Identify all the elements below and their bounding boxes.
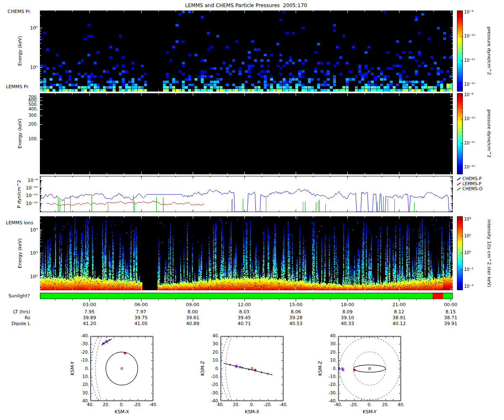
orbit-x-tick-label: 0. (250, 403, 254, 407)
orbit-y-tick-label: -20. (81, 350, 89, 354)
orbit-y-tick-label: 10. (213, 358, 219, 362)
y-axis-label-pdyn: P dyn/cm^2 (17, 180, 21, 208)
time-tick-label: 06:00 (134, 302, 148, 307)
sunlight-segment (433, 293, 444, 299)
y-tick-label: 10⁻¹¹ (26, 193, 38, 198)
ephemeris-value: 8.03 (239, 310, 249, 314)
y-tick-label: 500. (29, 102, 38, 107)
y-tick-label: 300. (29, 113, 38, 118)
orbit-plot-ksmx-ksmz (220, 336, 284, 401)
orbit-y-tick-label: 10. (82, 375, 89, 379)
legend-label-chems-p: CHEMS-P (462, 177, 481, 181)
colorbar-tick-label: 10⁻¹⁰ (464, 34, 475, 38)
orbit-y-tick-label: 20. (82, 383, 89, 387)
ephemeris-value: 40.89 (186, 321, 200, 326)
y-axis-label-energy-1: Energy (keV) (18, 36, 22, 66)
y-tick-label: 10¹ (30, 65, 38, 70)
ephemeris-value: 39.61 (186, 315, 200, 320)
legend-label-lemms-p: LEMMS-P (462, 182, 481, 186)
ephemeris-value: 38.71 (444, 315, 457, 320)
ephemeris-value: 7.95 (84, 310, 95, 314)
colorbar-unit-label-pressure-1: pressure dyne/cm^2 (487, 27, 491, 75)
y-axis-label-energy-2: Energy (keV) (18, 119, 22, 149)
orbit-y-tick-label: 0. (215, 367, 219, 371)
ephemeris-value: 39.75 (134, 315, 148, 320)
y-tick-label: 10⁻¹⁰ (26, 186, 38, 190)
row-label-dipole-l: Dipole L (11, 321, 30, 326)
orbit-x-tick-label: 20. (382, 403, 389, 407)
orbit-y-tick-label: 40. (330, 334, 337, 338)
ephemeris-value: 40.12 (392, 321, 406, 326)
orbit-y-tick-label: -10. (81, 358, 89, 362)
pressure-lineplot-canvas (40, 176, 453, 212)
time-tick-label: 21:00 (392, 302, 406, 307)
time-tick-label: 03:00 (83, 302, 96, 307)
colorbar-unit-label-intensity: intensity 1/(s cm^2 ster keV) (487, 219, 491, 287)
orbit-x-tick-label: 40. (398, 403, 404, 407)
time-tick-label: 15:00 (289, 302, 303, 307)
orbit-y-tick-label: 30. (82, 391, 89, 395)
orbit-x-tick-label: 0. (120, 403, 124, 407)
colorbar-tick-label: 10² (464, 234, 471, 238)
orbit-x-tick-label: 0. (368, 403, 372, 407)
colorbar-tick-label: 10⁻² (464, 268, 473, 272)
orbit-xlabel-ksmy: KSM-Y (362, 410, 376, 414)
time-tick-label: 12:00 (238, 302, 251, 307)
orbit-x-tick-label: 20. (233, 403, 240, 407)
ephemeris-value: 7.97 (136, 310, 147, 314)
orbit-xlabel-ksmx-1: KSM-X (115, 410, 129, 414)
orbit-y-tick-label: -30. (328, 391, 337, 395)
lemms-pressure-spectrogram-canvas (40, 93, 453, 174)
y-tick-label: 10⁻⁹ (28, 178, 38, 183)
orbit-y-tick-label: -40. (211, 399, 219, 403)
orbit-x-tick-label: -40. (279, 403, 288, 407)
ephemeris-value: 8.09 (342, 310, 353, 314)
orbit-plot-ksmy-ksmz (338, 336, 401, 401)
orbit-y-tick-label: 30. (213, 342, 219, 346)
colorbar-tick-label: 10⁻¹² (464, 82, 475, 87)
panel-label-chems-pressure: CHEMS Pr. (8, 9, 31, 14)
colorbar-tick-label: 10⁻¹² (464, 165, 475, 169)
figure-root: LEMMS and CHEMS Particle Pressures 2005:… (0, 0, 504, 420)
time-tick-label: 00:00 (444, 302, 457, 307)
colorbar-pressure-2 (457, 93, 463, 174)
y-axis-label-energy-4: Energy (keV) (18, 239, 22, 268)
y-tick-label: 10⁻¹² (26, 201, 38, 205)
orbit-y-tick-label: -20. (328, 383, 337, 387)
ephemeris-value: 40.33 (341, 321, 354, 326)
ephemeris-value: 8.00 (187, 310, 198, 314)
ephemeris-value: 8.06 (291, 310, 301, 314)
orbit-x-tick-label: -40. (334, 403, 342, 407)
colorbar-tick-label: 10⁻⁴ (464, 284, 473, 289)
row-label-rs: Rs (25, 315, 30, 320)
sunlight-segment (443, 293, 452, 299)
orbit-y-tick-label: -20. (211, 383, 219, 387)
colorbar-tick-label: 10⁻⁹ (464, 93, 473, 97)
orbit-y-tick-label: 10. (330, 358, 337, 362)
orbit-y-tick-label: -10. (328, 375, 337, 379)
ephemeris-value: 41.20 (83, 321, 96, 326)
orbit-x-tick-label: -20. (264, 403, 272, 407)
colorbar-tick-label: 10⁻¹¹ (464, 141, 475, 145)
orbit-y-tick-label: 20. (330, 350, 337, 354)
orbit-x-tick-label: -20. (134, 403, 142, 407)
orbit-ylabel-ksmz-1: KSM-Z (200, 361, 205, 375)
ephemeris-value: 39.89 (83, 315, 96, 320)
time-tick-label: 09:00 (186, 302, 200, 307)
orbit-y-tick-label: 20. (213, 350, 219, 354)
orbit-x-tick-label: -20. (350, 403, 358, 407)
ephemeris-value: 39.45 (238, 315, 251, 320)
panel-label-lemms-pressure: LEMMS Pr. (6, 84, 29, 89)
orbit-y-tick-label: -30. (81, 342, 89, 346)
colorbar-tick-label: 10⁻¹¹ (464, 58, 475, 63)
orbit-y-tick-label: 40. (213, 334, 219, 338)
panel-label-sunlight: Sunlight? (8, 294, 30, 298)
ephemeris-value: 38.91 (392, 315, 406, 320)
orbit-ylabel-ksmy: KSM-Y (70, 361, 75, 375)
y-tick-label: 10³ (30, 251, 38, 255)
colorbar-unit-label-pressure-2: pressure dyne/cm^2 (487, 110, 491, 158)
time-tick-label: 18:00 (341, 302, 354, 307)
legend-swatch-chems-o (457, 187, 461, 191)
orbit-y-tick-label: -30. (211, 391, 219, 395)
orbit-y-tick-label: -10. (211, 375, 219, 379)
